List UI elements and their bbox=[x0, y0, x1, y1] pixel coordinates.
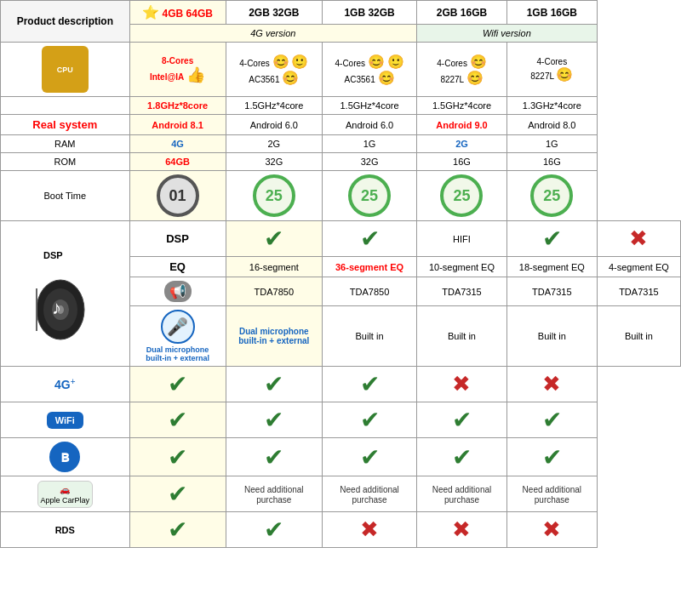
carplay-2gb16: Need additionalpurchase bbox=[417, 476, 507, 512]
mic-4gb: Dual microphonebuilt-in + external bbox=[226, 306, 322, 367]
dsp-4gb: ✔ bbox=[226, 221, 322, 257]
boot-label: Boot Time bbox=[1, 171, 130, 221]
mic-1gb32: Built in bbox=[417, 306, 507, 367]
real-system-label: Real system bbox=[1, 115, 130, 135]
wifi-label-cell: WiFi bbox=[1, 402, 130, 438]
rom-1gb16: 16G bbox=[506, 153, 597, 171]
eq-1gb16: 4-segment EQ bbox=[597, 257, 680, 277]
wifi-1gb32: ✔ bbox=[323, 402, 417, 438]
os-1gb32: Android 6.0 bbox=[323, 115, 417, 135]
dsp-1gb32: HIFI bbox=[417, 221, 507, 257]
ram-1gb32: 1G bbox=[323, 135, 417, 153]
os-1gb16: Android 8.0 bbox=[506, 115, 597, 135]
fourg-2gb16: ✖ bbox=[417, 367, 507, 402]
wifi-version-label: Wifi version bbox=[417, 25, 598, 43]
dsp-2gb32: ✔ bbox=[323, 221, 417, 257]
rds-label: RDS bbox=[1, 512, 130, 548]
col-2gb16gb-header: 2GB 16GB bbox=[417, 1, 507, 25]
ram-1gb16: 1G bbox=[506, 135, 597, 153]
rds-1gb32: ✖ bbox=[323, 512, 417, 548]
carplay-label-cell: 🚗 Apple CarPlay bbox=[1, 476, 130, 512]
bt-1gb32: ✔ bbox=[323, 438, 417, 476]
eq-4gb: 16-segment bbox=[226, 257, 322, 277]
dsp-label: DSP bbox=[129, 221, 226, 257]
boot-1gb16: 25 bbox=[506, 171, 597, 221]
bt-2gb16: ✔ bbox=[417, 438, 507, 476]
carplay-1gb16: Need additionalpurchase bbox=[506, 476, 597, 512]
rom-2gb32: 32G bbox=[226, 153, 322, 171]
ram-label: RAM bbox=[1, 135, 130, 153]
mic-label-cell: 🎤 Dual microphonebuilt-in + external bbox=[129, 306, 226, 367]
cpu-1gb32-cell: 4-Cores 😊 🙂 AC3561 😊 bbox=[323, 43, 417, 97]
rom-label: ROM bbox=[1, 153, 130, 171]
col-1gb16gb-header: 1GB 16GB bbox=[506, 1, 597, 25]
star-icon: ⭐ bbox=[142, 5, 159, 20]
fourg-label-cell: 4G+ bbox=[1, 367, 130, 402]
bt-label-cell: ʙ bbox=[1, 438, 130, 476]
rom-2gb16: 16G bbox=[417, 153, 507, 171]
boot-4gb: 01 bbox=[129, 171, 226, 221]
ram-2gb16: 2G bbox=[417, 135, 507, 153]
eq-1gb32: 10-segment EQ bbox=[417, 257, 507, 277]
os-2gb32: Android 6.0 bbox=[226, 115, 322, 135]
rds-2gb32: ✔ bbox=[226, 512, 322, 548]
cpu-2gb32-cell: 4-Cores 😊 🙂 AC3561 😊 bbox=[226, 43, 322, 97]
product-description-header: Product description bbox=[1, 1, 130, 43]
comparison-table: Product description ⭐ 4GB 64GB 2GB 32GB … bbox=[0, 0, 681, 548]
col-1gb32gb-header: 1GB 32GB bbox=[323, 1, 417, 25]
freq-2gb32: 1.5GHz*4core bbox=[226, 97, 322, 115]
wifi-4gb: ✔ bbox=[129, 402, 226, 438]
fourg-4gb: ✔ bbox=[129, 367, 226, 402]
eq-label: EQ bbox=[129, 257, 226, 277]
dsp-2gb16: ✔ bbox=[506, 221, 597, 257]
fourg-2gb32: ✔ bbox=[226, 367, 322, 402]
amp-label-cell: 📢 bbox=[129, 277, 226, 306]
cpu-1gb16-cell: 4-Cores 8227L 😊 bbox=[506, 43, 597, 97]
boot-1gb32: 25 bbox=[323, 171, 417, 221]
4g-version-label: 4G version bbox=[129, 25, 416, 43]
col-2gb32gb-header: 2GB 32GB bbox=[226, 1, 322, 25]
col-4gb64gb-header: ⭐ 4GB 64GB bbox=[129, 1, 226, 25]
cpu-2gb16-cell: 4-Cores 😊 8227L 😊 bbox=[417, 43, 507, 97]
music-icon-cell: ♪ DSP bbox=[1, 221, 130, 367]
mic-1gb16: Built in bbox=[597, 306, 680, 367]
amp-1gb32: TDA7315 bbox=[417, 277, 507, 306]
wifi-2gb32: ✔ bbox=[226, 402, 322, 438]
rds-2gb16: ✖ bbox=[417, 512, 507, 548]
mic-2gb16: Built in bbox=[506, 306, 597, 367]
carplay-4gb: ✔ bbox=[129, 476, 226, 512]
svg-text:♪: ♪ bbox=[52, 297, 61, 318]
rds-4gb: ✔ bbox=[129, 512, 226, 548]
svg-text:DSP: DSP bbox=[43, 250, 63, 260]
eq-2gb16: 18-segment EQ bbox=[506, 257, 597, 277]
os-4gb: Android 8.1 bbox=[129, 115, 226, 135]
fourg-1gb16: ✖ bbox=[506, 367, 597, 402]
carplay-2gb32: Need additionalpurchase bbox=[226, 476, 322, 512]
freq-label-cell bbox=[1, 97, 130, 115]
rom-4gb: 64GB bbox=[129, 153, 226, 171]
eq-2gb32: 36-segment EQ bbox=[323, 257, 417, 277]
boot-2gb32: 25 bbox=[226, 171, 322, 221]
mic-2gb32: Built in bbox=[323, 306, 417, 367]
cpu-icon-cell: CPU bbox=[1, 43, 130, 97]
music-icon: ♪ DSP bbox=[35, 242, 94, 344]
os-2gb16: Android 9.0 bbox=[417, 115, 507, 135]
freq-1gb32: 1.5GHz*4core bbox=[323, 97, 417, 115]
freq-2gb16: 1.5GHz*4core bbox=[417, 97, 507, 115]
dsp-1gb16: ✖ bbox=[597, 221, 680, 257]
wifi-2gb16: ✔ bbox=[417, 402, 507, 438]
amp-4gb: TDA7850 bbox=[226, 277, 322, 306]
amp-2gb16: TDA7315 bbox=[506, 277, 597, 306]
wifi-1gb16: ✔ bbox=[506, 402, 597, 438]
rds-1gb16: ✖ bbox=[506, 512, 597, 548]
amp-2gb32: TDA7850 bbox=[323, 277, 417, 306]
bt-1gb16: ✔ bbox=[506, 438, 597, 476]
freq-4gb: 1.8GHz*8core bbox=[129, 97, 226, 115]
fourg-1gb32: ✔ bbox=[323, 367, 417, 402]
rom-1gb32: 32G bbox=[323, 153, 417, 171]
freq-1gb16: 1.3GHz*4core bbox=[506, 97, 597, 115]
cpu-4gb-cell: 8-Cores Intel@IA 👍 bbox=[129, 43, 226, 97]
bt-2gb32: ✔ bbox=[226, 438, 322, 476]
ram-4gb: 4G bbox=[129, 135, 226, 153]
ram-2gb32: 2G bbox=[226, 135, 322, 153]
